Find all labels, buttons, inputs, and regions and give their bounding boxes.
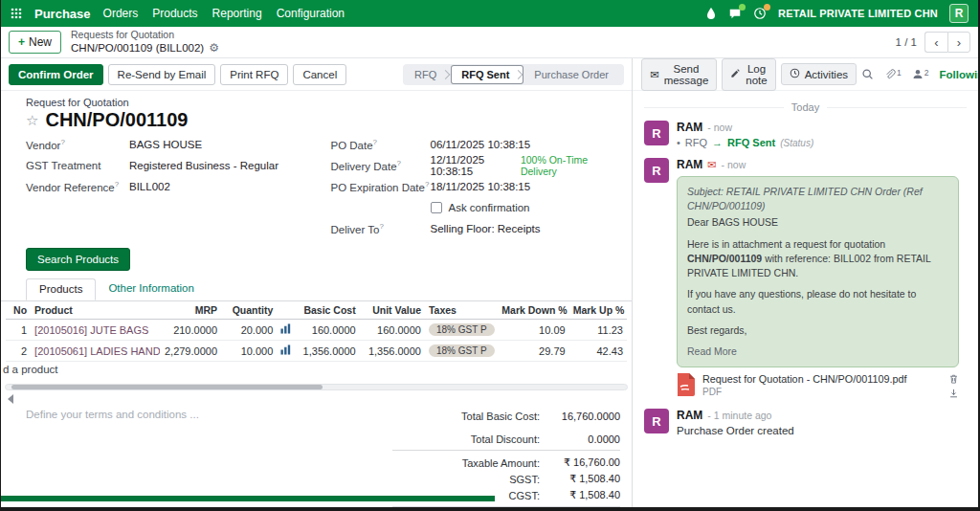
print-rfq-button[interactable]: Print RFQ (220, 64, 288, 85)
message-author[interactable]: RAM (677, 158, 702, 171)
cancel-button[interactable]: Cancel (293, 64, 346, 85)
menu-reporting[interactable]: Reporting (212, 7, 262, 20)
gst-treatment-label: GST Treatment (26, 160, 129, 171)
droplet-icon[interactable] (705, 7, 717, 20)
tax-badge[interactable]: 18% GST P (429, 323, 495, 336)
activities-clock-icon[interactable] (753, 7, 767, 20)
horizontal-scrollbar[interactable] (5, 384, 628, 390)
row-quantity[interactable]: 20.000 (221, 320, 277, 341)
message-author[interactable]: RAM (677, 121, 702, 134)
clock-icon (790, 68, 800, 80)
apps-grid-icon[interactable] (11, 8, 22, 19)
row-basic-cost[interactable]: 1,356.0000 (296, 341, 359, 362)
row-mrp[interactable]: 210.0000 (160, 320, 221, 341)
row-mark-up[interactable]: 11.23 (569, 320, 627, 341)
attachment-name[interactable]: Request for Quotation - CHN/PO/001109.pd… (702, 373, 942, 385)
follower-count: 2 (924, 68, 929, 78)
ask-confirmation-checkbox[interactable] (431, 202, 442, 213)
tracking-new-value: RFQ Sent (727, 137, 775, 148)
log-note-button[interactable]: Log note (722, 58, 775, 91)
row-quantity[interactable]: 10.000 (221, 341, 277, 362)
fields-left: Vendor? BAGS HOUSE GST Treatment Registe… (26, 135, 316, 240)
sgst-label: SGST: (509, 474, 540, 485)
vendor-value[interactable]: BAGS HOUSE (129, 139, 202, 150)
resend-email-button[interactable]: Re-Send by Email (108, 64, 216, 85)
avatar[interactable]: R (644, 409, 669, 433)
status-rfq[interactable]: RFQ (404, 65, 451, 84)
po-expiration-label: PO Expiration Date? (331, 180, 431, 193)
activities-button[interactable]: Activities (781, 63, 857, 85)
company-name[interactable]: RETAIL PRIVATE LIMITED CHN (778, 8, 938, 19)
vendor-reference-value[interactable]: BILL002 (129, 181, 170, 192)
scrollbar-thumb[interactable] (11, 385, 323, 389)
tax-badge[interactable]: 18% GST P (429, 344, 495, 357)
chatter-message: R RAM ✉ - now Subject: RETAIL PRIVATE LI… (633, 158, 978, 399)
table-row[interactable]: 1 [20105016] JUTE BAGS 210.0000 20.000 1… (6, 320, 627, 341)
total-basic-value: 16,760.0000 (540, 411, 620, 422)
email-subject: Subject: RETAIL PRIVATE LIMITED CHN Orde… (687, 185, 948, 213)
top-menu: Orders Products Reporting Configuration (103, 7, 345, 20)
user-avatar[interactable]: R (949, 4, 969, 23)
total-discount-value: 0.0000 (540, 433, 620, 445)
form-sheet: Request for Quotation ☆ CHN/PO/001109 Ve… (1, 91, 632, 501)
read-more-link[interactable]: Read More (687, 345, 737, 357)
product-link[interactable]: [20105016] JUTE BAGS (34, 324, 148, 336)
totals-divider (392, 506, 620, 507)
avatar[interactable]: R (644, 121, 669, 145)
message-author[interactable]: RAM (677, 409, 702, 422)
col-unit-value: Unit Value (360, 301, 425, 320)
pager-next-button[interactable]: › (947, 32, 970, 53)
chatter-message: R RAM - now • RFQ → RFQ Sent (Status) (633, 121, 978, 148)
row-mark-down[interactable]: 29.79 (498, 341, 568, 362)
pager-prev-button[interactable]: ‹ (924, 32, 947, 53)
menu-orders[interactable]: Orders (103, 7, 139, 20)
gst-treatment-value[interactable]: Registered Business - Regular (129, 160, 278, 171)
avatar[interactable]: R (644, 158, 669, 183)
followers-icon[interactable]: 2 (912, 68, 929, 80)
product-link[interactable]: [20105061] LADIES HAND BAG (34, 345, 160, 357)
gear-icon[interactable]: ⚙ (209, 41, 219, 56)
menu-configuration[interactable]: Configuration (277, 7, 345, 20)
status-tracking: • RFQ → RFQ Sent (Status) (677, 137, 967, 148)
following-toggle[interactable]: Following (940, 69, 978, 80)
download-icon[interactable] (948, 388, 959, 399)
control-panel: + New Requests for Quotation CHN/PO/0011… (1, 27, 978, 58)
row-mark-up[interactable]: 42.43 (569, 341, 627, 362)
send-message-button[interactable]: ✉ Send message (641, 58, 717, 91)
app-name[interactable]: Purchase (34, 7, 91, 21)
favorite-star-icon[interactable]: ☆ (26, 112, 38, 129)
po-date-value[interactable]: 06/11/2025 10:38:15 (431, 139, 531, 150)
delete-icon[interactable] (948, 373, 959, 385)
attachment-card[interactable]: Request for Quotation - CHN/PO/001109.pd… (677, 373, 959, 399)
confirm-order-button[interactable]: Confirm Order (9, 64, 103, 85)
breadcrumb-parent[interactable]: Requests for Quotation (71, 29, 219, 41)
menu-products[interactable]: Products (152, 7, 197, 20)
status-purchase-order[interactable]: Purchase Order (523, 65, 623, 84)
row-mark-down[interactable]: 10.09 (498, 320, 568, 341)
forecast-icon[interactable] (280, 324, 291, 336)
search-products-button[interactable]: Search Products (26, 248, 130, 271)
col-forecast (277, 301, 296, 320)
deliver-to-value[interactable]: Selling Floor: Receipts (431, 223, 541, 234)
tab-other-information[interactable]: Other Information (96, 278, 206, 300)
new-button[interactable]: + New (9, 31, 61, 54)
search-icon[interactable] (861, 68, 874, 80)
attachment-type: PDF (702, 387, 942, 397)
add-product-link[interactable]: d a product (1, 364, 632, 378)
col-product: Product (31, 301, 160, 320)
messages-icon[interactable] (728, 7, 742, 20)
row-basic-cost[interactable]: 160.0000 (296, 320, 359, 341)
forecast-icon[interactable] (280, 345, 291, 357)
chatter-pane: ✉ Send message Log note Activities 1 (633, 58, 978, 507)
row-unit-value[interactable]: 1,356.0000 (360, 341, 425, 362)
row-mrp[interactable]: 2,279.0000 (160, 341, 221, 362)
tab-products[interactable]: Products (26, 278, 96, 300)
scroll-left-icon[interactable] (7, 393, 632, 404)
paperclip-icon[interactable]: 1 (884, 68, 902, 80)
taxable-amount-value: ₹ 16,760.00 (540, 456, 620, 469)
table-row[interactable]: 2 [20105061] LADIES HAND BAG 2,279.0000 … (6, 341, 627, 362)
status-rfq-sent[interactable]: RFQ Sent (451, 65, 523, 84)
row-unit-value[interactable]: 160.0000 (360, 320, 425, 341)
delivery-date-value[interactable]: 12/11/2025 10:38:15 (431, 154, 521, 177)
po-expiration-value[interactable]: 18/11/2025 10:38:15 (431, 181, 531, 192)
